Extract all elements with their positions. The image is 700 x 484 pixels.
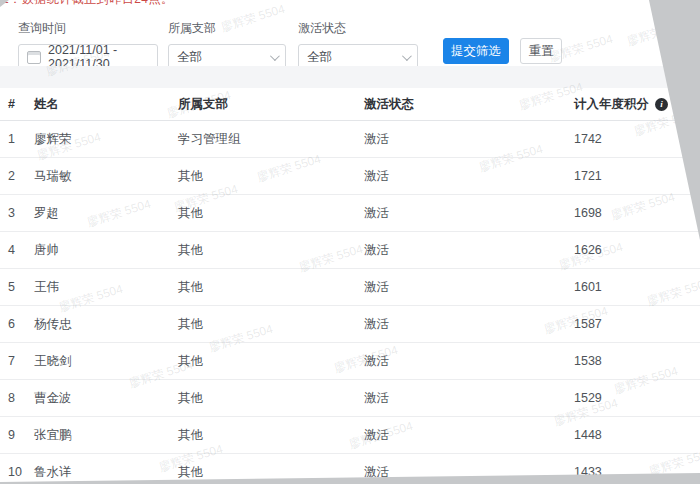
chevron-down-icon [402, 51, 412, 61]
name-cell: 王伟 [34, 279, 178, 296]
status-cell: 激活 [364, 205, 574, 222]
branch-cell: 学习管理组 [178, 131, 364, 148]
points-cell: 1601 [574, 280, 700, 294]
filter-branch-group: 所属支部 全部 [168, 20, 286, 70]
filter-date-group: 查询时间 2021/11/01 - 2021/11/30 [18, 20, 158, 70]
top-note-text: 2：数据统计截止到昨日24点。 [2, 0, 322, 7]
col-header-branch: 所属支部 [178, 96, 364, 113]
points-cell: 1698 [574, 206, 700, 220]
name-cell: 杨传忠 [34, 316, 178, 333]
col-header-rank: # [8, 97, 34, 111]
branch-cell: 其他 [178, 390, 364, 407]
name-cell: 鲁水详 [34, 464, 178, 481]
table-row: 8曹金波其他激活1529 [0, 380, 700, 417]
rank-cell: 5 [8, 280, 34, 294]
table-row: 4唐帅其他激活1626 [0, 232, 700, 269]
table-row: 2马瑞敏其他激活1721 [0, 158, 700, 195]
table-body: 1廖辉荣学习管理组激活17422马瑞敏其他激活17213罗超其他激活16984唐… [0, 121, 700, 484]
branch-cell: 其他 [178, 168, 364, 185]
info-icon[interactable]: i [655, 98, 668, 111]
table-header-row: # 姓名 所属支部 激活状态 计入年度积分 i [0, 88, 700, 121]
section-divider-band [0, 66, 700, 88]
page: 2：数据统计截止到昨日24点。 查询时间 2021/11/01 - 2021/1… [0, 0, 700, 484]
status-cell: 激活 [364, 279, 574, 296]
filter-status-group: 激活状态 全部 [298, 20, 418, 70]
table-row: 1廖辉荣学习管理组激活1742 [0, 121, 700, 158]
points-cell: 1626 [574, 243, 700, 257]
rank-cell: 8 [8, 391, 34, 405]
calendar-icon [27, 51, 41, 64]
points-cell: 1538 [574, 354, 700, 368]
branch-cell: 其他 [178, 242, 364, 259]
rank-cell: 3 [8, 206, 34, 220]
chevron-down-icon [270, 51, 280, 61]
name-cell: 王晓剑 [34, 353, 178, 370]
name-cell: 曹金波 [34, 390, 178, 407]
table-row: 5王伟其他激活1601 [0, 269, 700, 306]
status-select-value: 全部 [307, 49, 332, 66]
filter-branch-label: 所属支部 [168, 20, 286, 37]
reset-button[interactable]: 重置 [520, 38, 562, 64]
points-cell: 1448 [574, 428, 700, 442]
status-cell: 激活 [364, 131, 574, 148]
table-row: 6杨传忠其他激活1587 [0, 306, 700, 343]
status-cell: 激活 [364, 353, 574, 370]
points-cell: 1529 [574, 391, 700, 405]
ranking-table: # 姓名 所属支部 激活状态 计入年度积分 i 1廖辉荣学习管理组激活17422… [0, 88, 700, 484]
top-note-clipped: 2：数据统计截止到昨日24点。 [2, 0, 322, 7]
name-cell: 张宜鹏 [34, 427, 178, 444]
rank-cell: 6 [8, 317, 34, 331]
rank-cell: 4 [8, 243, 34, 257]
rank-cell: 10 [8, 465, 34, 479]
table-row: 9张宜鹏其他激活1448 [0, 417, 700, 454]
name-cell: 马瑞敏 [34, 168, 178, 185]
col-header-points-label: 计入年度积分 [574, 96, 649, 113]
branch-cell: 其他 [178, 205, 364, 222]
status-cell: 激活 [364, 427, 574, 444]
col-header-status: 激活状态 [364, 96, 574, 113]
branch-cell: 其他 [178, 279, 364, 296]
rank-cell: 9 [8, 428, 34, 442]
branch-cell: 其他 [178, 316, 364, 333]
status-cell: 激活 [364, 242, 574, 259]
filter-date-label: 查询时间 [18, 20, 158, 37]
rank-cell: 1 [8, 132, 34, 146]
name-cell: 廖辉荣 [34, 131, 178, 148]
submit-filter-button[interactable]: 提交筛选 [443, 38, 509, 64]
status-cell: 激活 [364, 168, 574, 185]
points-cell: 1721 [574, 169, 700, 183]
table-row: 7王晓剑其他激活1538 [0, 343, 700, 380]
branch-cell: 其他 [178, 427, 364, 444]
rank-cell: 2 [8, 169, 34, 183]
branch-select-value: 全部 [177, 49, 202, 66]
rank-cell: 7 [8, 354, 34, 368]
table-row: 3罗超其他激活1698 [0, 195, 700, 232]
branch-cell: 其他 [178, 353, 364, 370]
name-cell: 罗超 [34, 205, 178, 222]
status-cell: 激活 [364, 316, 574, 333]
filter-status-label: 激活状态 [298, 20, 418, 37]
status-cell: 激活 [364, 390, 574, 407]
name-cell: 唐帅 [34, 242, 178, 259]
points-cell: 1587 [574, 317, 700, 331]
col-header-name: 姓名 [34, 96, 178, 113]
